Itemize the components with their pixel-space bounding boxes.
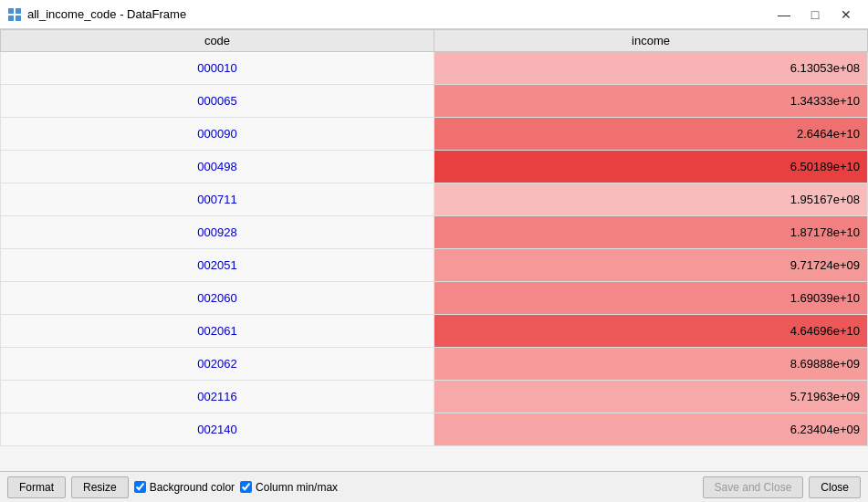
table-row: 0000902.6464e+10 — [1, 118, 868, 151]
income-cell: 4.64696e+10 — [434, 315, 868, 348]
background-color-label: Background color — [150, 481, 235, 494]
format-button[interactable]: Format — [7, 476, 66, 498]
income-cell: 6.23404e+09 — [434, 413, 868, 446]
income-cell: 1.69039e+10 — [434, 282, 868, 315]
table-scroll-area[interactable]: code income 0000106.13053e+080000651.343… — [0, 29, 868, 471]
resize-button[interactable]: Resize — [71, 476, 129, 498]
close-window-button[interactable]: ✕ — [831, 4, 861, 26]
table-row: 0020601.69039e+10 — [1, 282, 868, 315]
table-row: 0020628.69888e+09 — [1, 348, 868, 381]
income-cell: 1.87178e+10 — [434, 216, 868, 249]
background-color-checkbox[interactable] — [134, 481, 146, 493]
title-bar: all_income_code - DataFrame — □ ✕ — [0, 0, 868, 29]
column-min-max-checkbox[interactable] — [240, 481, 252, 493]
column-header-income[interactable]: income — [434, 30, 868, 52]
code-cell: 002062 — [1, 348, 434, 381]
code-cell: 002116 — [1, 381, 434, 413]
code-cell: 000065 — [1, 85, 434, 118]
bottom-toolbar: Format Resize Background color Column mi… — [0, 471, 868, 502]
table-wrapper: code income 0000106.13053e+080000651.343… — [0, 29, 868, 471]
table-row: 0020614.64696e+10 — [1, 315, 868, 348]
app-icon — [7, 7, 22, 22]
svg-rect-2 — [8, 16, 14, 21]
code-cell: 000090 — [1, 118, 434, 151]
minimize-button[interactable]: — — [769, 4, 799, 26]
income-cell: 6.13053e+08 — [434, 52, 868, 85]
table-row: 0004986.50189e+10 — [1, 151, 868, 183]
column-min-max-label: Column min/max — [256, 481, 338, 494]
code-cell: 000010 — [1, 52, 434, 85]
column-header-code[interactable]: code — [1, 30, 434, 52]
table-row: 0021406.23404e+09 — [1, 413, 868, 446]
income-cell: 1.95167e+08 — [434, 183, 868, 216]
table-row: 0000106.13053e+08 — [1, 52, 868, 85]
background-color-group: Background color — [134, 481, 235, 494]
table-row: 0000651.34333e+10 — [1, 85, 868, 118]
table-row: 0009281.87178e+10 — [1, 216, 868, 249]
income-cell: 9.71724e+09 — [434, 249, 868, 282]
code-cell: 002140 — [1, 413, 434, 446]
code-cell: 000498 — [1, 151, 434, 183]
table-row: 0007111.95167e+08 — [1, 183, 868, 216]
save-and-close-button[interactable]: Save and Close — [703, 476, 804, 498]
column-min-max-group: Column min/max — [240, 481, 338, 494]
svg-rect-3 — [16, 16, 21, 21]
code-cell: 002060 — [1, 282, 434, 315]
table-row: 0020519.71724e+09 — [1, 249, 868, 282]
income-cell: 2.6464e+10 — [434, 118, 868, 151]
data-table: code income 0000106.13053e+080000651.343… — [0, 29, 868, 446]
svg-rect-0 — [8, 8, 14, 14]
main-content: code income 0000106.13053e+080000651.343… — [0, 29, 868, 471]
code-cell: 000928 — [1, 216, 434, 249]
table-row: 0021165.71963e+09 — [1, 381, 868, 413]
code-cell: 002061 — [1, 315, 434, 348]
window-controls: — □ ✕ — [769, 4, 861, 26]
window-title: all_income_code - DataFrame — [27, 7, 769, 21]
income-cell: 6.50189e+10 — [434, 151, 868, 183]
income-cell: 8.69888e+09 — [434, 348, 868, 381]
income-cell: 5.71963e+09 — [434, 381, 868, 413]
maximize-button[interactable]: □ — [800, 4, 830, 26]
svg-rect-1 — [16, 8, 21, 14]
income-cell: 1.34333e+10 — [434, 85, 868, 118]
close-action-button[interactable]: Close — [809, 476, 861, 498]
code-cell: 002051 — [1, 249, 434, 282]
code-cell: 000711 — [1, 183, 434, 216]
